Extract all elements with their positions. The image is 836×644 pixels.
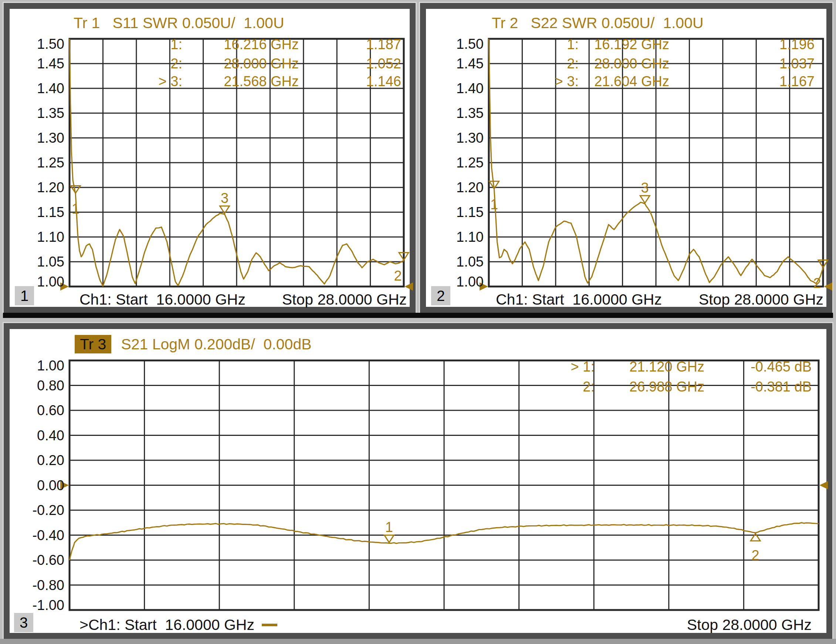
marker-frequency: 28.000 GHz xyxy=(594,55,669,72)
y-axis-tick-label: 1.20 xyxy=(16,179,64,196)
y-axis-tick-label: 1.50 xyxy=(16,36,64,52)
y-axis-tick-label: -0.60 xyxy=(16,552,64,568)
y-axis-tick-label: -1.00 xyxy=(16,597,64,613)
marker-number: > 1: xyxy=(571,359,594,375)
marker-frequency: 21.568 GHz xyxy=(224,73,299,90)
marker-frequency: 16.192 GHz xyxy=(594,36,669,52)
y-axis-tick-label: 1.35 xyxy=(16,105,64,121)
y-axis-tick-label: 1.00 xyxy=(16,357,64,374)
trace2-label[interactable]: Tr 2 xyxy=(492,14,518,32)
y-axis-tick-label: 1.45 xyxy=(16,55,64,72)
trace1-label[interactable]: Tr 1 xyxy=(73,14,100,32)
reference-level-arrow-right xyxy=(405,282,413,290)
window-separator xyxy=(3,313,833,318)
window-number-badge[interactable]: 3 xyxy=(14,613,33,632)
marker-frequency: 21.120 GHz xyxy=(629,359,704,375)
marker-value: 1.167 xyxy=(779,73,815,90)
marker-number: 2: xyxy=(567,55,579,72)
marker-glyph-label: 1 xyxy=(72,201,80,217)
y-axis-tick-label: -0.40 xyxy=(16,527,64,543)
y-axis-tick-label: 1.00 xyxy=(436,274,483,290)
y-axis-tick-label: 1.25 xyxy=(16,155,64,171)
trace-color-dash xyxy=(262,624,277,626)
y-axis-tick-label: -0.20 xyxy=(16,502,64,518)
marker-number: 2: xyxy=(170,55,182,72)
y-axis-tick-label: 1.30 xyxy=(436,130,483,146)
reference-level-arrow-right xyxy=(824,282,832,290)
marker-value: -0.381 dB xyxy=(751,378,812,395)
marker-number: > 3: xyxy=(555,73,579,90)
marker-frequency: 26.988 GHz xyxy=(629,378,704,395)
y-axis-tick-label: 0.40 xyxy=(16,427,64,443)
channel-stop-frequency[interactable]: Stop 28.0000 GHz xyxy=(687,617,812,633)
marker-number: 1: xyxy=(170,36,182,52)
marker-glyph-label: 2 xyxy=(394,268,402,284)
reference-level-arrow-right xyxy=(820,481,828,489)
marker-value: 1.187 xyxy=(366,36,401,52)
y-axis-tick-label: 1.30 xyxy=(16,130,64,146)
vna-screen: Tr 1 S11 SWR 0.050U/ 1.00U 123 1: 16.216… xyxy=(0,0,836,644)
trace-window-s11: Tr 1 S11 SWR 0.050U/ 1.00U 123 1: 16.216… xyxy=(4,3,416,313)
y-axis-tick-label: 1.35 xyxy=(436,105,483,121)
s21-logm-plot[interactable]: 12 xyxy=(70,360,819,610)
trace2-measurement[interactable]: S22 SWR 0.050U/ 1.00U xyxy=(531,14,703,32)
channel-start-frequency[interactable]: Ch1: Start 16.0000 GHz xyxy=(496,291,662,308)
y-axis-tick-label: -0.80 xyxy=(16,577,64,593)
marker-value: 1.037 xyxy=(779,55,815,72)
channel-start-frequency[interactable]: Ch1: Start 16.0000 GHz xyxy=(80,291,245,308)
y-axis-tick-label: 1.40 xyxy=(16,80,64,96)
y-axis-tick-label: 1.10 xyxy=(16,229,64,245)
y-axis-tick-label: 1.05 xyxy=(436,254,483,270)
marker-frequency: 21.604 GHz xyxy=(594,73,669,90)
y-axis-tick-label: 1.50 xyxy=(436,36,483,52)
marker-glyph-label: 1 xyxy=(490,197,498,212)
screen-bottom-edge xyxy=(0,639,836,644)
channel-stop-frequency[interactable]: Stop 28.0000 GHz xyxy=(699,291,823,308)
start-frequency-text: >Ch1: Start 16.0000 GHz xyxy=(80,616,255,633)
marker-triangle xyxy=(384,535,394,542)
y-axis-tick-label: 1.15 xyxy=(436,204,483,220)
trace3-title: Tr 3 S21 LogM 0.200dB/ 0.00dB xyxy=(75,335,312,354)
marker-value: 1.146 xyxy=(366,73,401,90)
marker-glyph-label: 3 xyxy=(221,191,229,206)
y-axis-tick-label: 0.60 xyxy=(16,402,64,419)
marker-frequency: 16.216 GHz xyxy=(224,36,299,52)
trace3-label-active[interactable]: Tr 3 xyxy=(75,335,111,354)
marker-value: -0.465 dB xyxy=(751,359,812,375)
channel-start-frequency[interactable]: >Ch1: Start 16.0000 GHz xyxy=(80,617,277,633)
y-axis-tick-label: 1.25 xyxy=(436,155,483,171)
trace-window-s21: Tr 3 S21 LogM 0.200dB/ 0.00dB 12 > 1: 21… xyxy=(4,323,832,639)
marker-glyph-label: 1 xyxy=(385,519,393,535)
trace-window-s22: Tr 2 S22 SWR 0.050U/ 1.00U 123 1: 16.192… xyxy=(420,3,832,313)
marker-glyph-label: 2 xyxy=(813,276,821,291)
y-axis-tick-label: 1.05 xyxy=(16,254,64,270)
trace1-title: Tr 1 S11 SWR 0.050U/ 1.00U xyxy=(73,14,284,32)
y-axis-tick-label: 1.15 xyxy=(16,204,64,220)
y-axis-tick-label: 1.00 xyxy=(16,274,64,290)
y-axis-tick-label: 0.20 xyxy=(16,452,64,468)
marker-glyph-label: 3 xyxy=(641,180,649,196)
y-axis-tick-label: 1.45 xyxy=(436,55,483,72)
marker-number: > 3: xyxy=(158,73,182,90)
trace3-measurement[interactable]: S21 LogM 0.200dB/ 0.00dB xyxy=(121,335,311,353)
marker-glyph-label: 2 xyxy=(752,548,759,563)
trace2-title: Tr 2 S22 SWR 0.050U/ 1.00U xyxy=(492,14,704,32)
y-axis-tick-label: 1.40 xyxy=(436,80,483,96)
marker-value: 1.196 xyxy=(779,36,815,52)
marker-frequency: 28.000 GHz xyxy=(224,55,299,72)
marker-value: 1.052 xyxy=(366,55,401,72)
trace1-measurement[interactable]: S11 SWR 0.050U/ 1.00U xyxy=(113,14,284,32)
y-axis-tick-label: 0.00 xyxy=(16,477,64,494)
marker-number: 2: xyxy=(583,378,594,395)
y-axis-tick-label: 0.80 xyxy=(16,377,64,394)
marker-number: 1: xyxy=(567,36,579,52)
y-axis-tick-label: 1.20 xyxy=(436,179,483,196)
y-axis-tick-label: 1.10 xyxy=(436,229,483,245)
channel-stop-frequency[interactable]: Stop 28.0000 GHz xyxy=(282,291,407,308)
